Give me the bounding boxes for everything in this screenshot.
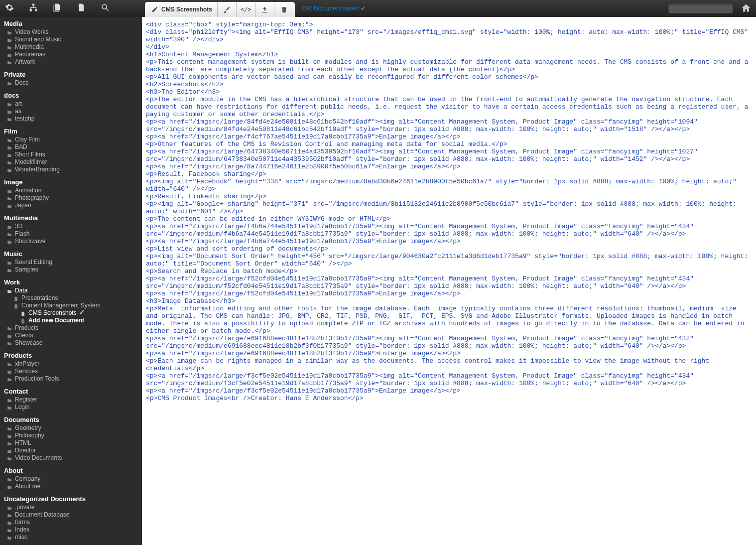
sidebar-group[interactable]: docs: [4, 92, 139, 99]
sidebar-item[interactable]: Photography: [4, 194, 139, 202]
sidebar-item[interactable]: BAD: [4, 143, 139, 151]
sidebar-group[interactable]: Documents: [4, 416, 139, 423]
sidebar-group[interactable]: Products: [4, 352, 139, 359]
sidebar-item-label: Content Management System: [21, 302, 101, 309]
sidebar-group[interactable]: Film: [4, 128, 139, 135]
sidebar-item[interactable]: Docs: [4, 79, 139, 87]
folder-icon: [6, 224, 12, 229]
sidebar-item[interactable]: Production Tools: [4, 375, 139, 383]
sidebar-item[interactable]: Geometry: [4, 424, 139, 432]
sidebar-group[interactable]: Uncategorized Documents: [4, 495, 139, 503]
sidebar-item-label: BAD: [15, 143, 27, 151]
editor-pane[interactable]: <div class="tbox" style="margin-top: 3em…: [142, 17, 756, 545]
document-icon: [20, 311, 26, 316]
folder-icon: [6, 145, 12, 150]
sidebar-item[interactable]: Services: [4, 368, 139, 375]
sidebar-item[interactable]: Add new Document: [4, 317, 139, 324]
sidebar-group[interactable]: Work: [4, 278, 139, 286]
sidebar-item[interactable]: Sound and Music: [4, 36, 139, 43]
status-text: OK! Document saved: [302, 5, 359, 12]
sidebar-group[interactable]: About: [4, 467, 139, 474]
sidebar-item[interactable]: xinPlayer: [4, 360, 139, 368]
sidebar-item[interactable]: Japan: [4, 202, 139, 209]
check-icon: ✔: [361, 5, 366, 12]
folder-icon: [6, 152, 12, 157]
tab-title[interactable]: CMS Screenshots: [146, 2, 218, 17]
sidebar-item[interactable]: Content Management System: [4, 302, 139, 309]
sidebar-item[interactable]: Company: [4, 475, 139, 483]
topbar-left-icons: [0, 3, 142, 14]
sidebar-item[interactable]: 3D: [4, 223, 139, 230]
folder-icon: [6, 513, 12, 518]
brush-icon[interactable]: [218, 2, 237, 17]
pencil-icon: [151, 6, 158, 13]
sidebar-item[interactable]: Sound Editing: [4, 259, 139, 266]
sidebar-item[interactable]: Video Works: [4, 28, 139, 36]
tab-title-text: CMS Screenshots: [161, 6, 212, 13]
sidebar-item[interactable]: Short Films: [4, 151, 139, 158]
sidebar-item[interactable]: Video Documents: [4, 454, 139, 462]
sidebar-item[interactable]: Index: [4, 526, 139, 534]
sidebar-item[interactable]: Showcase: [4, 339, 139, 347]
sidebar-item[interactable]: testphp: [4, 115, 139, 123]
sidebar-item[interactable]: Document Database: [4, 511, 139, 519]
add-icon: [20, 318, 26, 323]
sidebar-item[interactable]: Shockwave: [4, 238, 139, 245]
sidebar-item[interactable]: Register: [4, 396, 139, 404]
sidebar-item-label: Production Tools: [15, 375, 59, 383]
document-icon[interactable]: [77, 3, 86, 14]
sidebar-item[interactable]: Products: [4, 324, 139, 332]
svg-rect-1: [30, 9, 32, 11]
trash-icon[interactable]: [274, 2, 293, 17]
sidebar-item-label: Services: [15, 368, 38, 375]
sidebar-item[interactable]: .private: [4, 504, 139, 511]
sidebar-item-label: Clients: [15, 332, 33, 339]
sidebar-group[interactable]: Multimedia: [4, 214, 139, 222]
gear-icon[interactable]: [5, 3, 14, 14]
sidebar-item-label: xinPlayer: [15, 360, 39, 368]
sidebar-item[interactable]: misc: [4, 534, 139, 541]
sidebar-item[interactable]: Artwork: [4, 58, 139, 66]
sidebar-group[interactable]: Image: [4, 178, 139, 186]
sidebar-item[interactable]: Modellfilmer: [4, 158, 139, 166]
search-icon[interactable]: [101, 3, 110, 14]
sidebar-item[interactable]: Presentations: [4, 294, 139, 302]
sidebar-group[interactable]: Media: [4, 20, 139, 27]
search-input[interactable]: [668, 3, 733, 13]
sidebar-item[interactable]: CMS Screenshots: [4, 309, 139, 317]
home-icon[interactable]: [741, 3, 751, 14]
sidebar-item-label: Video Works: [15, 28, 49, 36]
upload-icon[interactable]: [255, 2, 274, 17]
sidebar-item[interactable]: Panoramas: [4, 51, 139, 58]
sidebar-item[interactable]: Animation: [4, 187, 139, 194]
sidebar-item[interactable]: Director: [4, 447, 139, 454]
sidebar-item[interactable]: Flash: [4, 230, 139, 238]
sidebar-item-label: Sound Editing: [15, 259, 52, 266]
sidebar-item[interactable]: Philosophy: [4, 432, 139, 439]
sidebar-item[interactable]: as: [4, 108, 139, 115]
sidebar-item[interactable]: forms: [4, 519, 139, 526]
sidebar-group[interactable]: Contact: [4, 388, 139, 395]
sidebar-item-label: Video Documents: [15, 454, 62, 462]
sidebar-item[interactable]: HTML: [4, 439, 139, 447]
sidebar-item-label: Document Database: [15, 511, 69, 519]
topbar: CMS Screenshots </> OK! Document saved ✔: [0, 0, 756, 17]
sidebar-item[interactable]: WonderBranding: [4, 166, 139, 173]
sidebar-item-label: Flash: [15, 230, 29, 238]
sidebar-item[interactable]: Data: [4, 287, 139, 294]
sidebar-item[interactable]: Multimedia: [4, 43, 139, 51]
folder-icon: [6, 260, 12, 265]
documents-icon[interactable]: [53, 3, 62, 14]
sidebar-group[interactable]: Private: [4, 71, 139, 78]
sidebar-item[interactable]: Samples: [4, 266, 139, 273]
sitemap-icon[interactable]: [29, 3, 38, 14]
sidebar-item[interactable]: art: [4, 100, 139, 108]
sidebar-item[interactable]: Login: [4, 404, 139, 411]
sidebar-item[interactable]: Clients: [4, 332, 139, 339]
folder-icon: [6, 37, 12, 42]
code-icon[interactable]: </>: [237, 2, 255, 17]
sidebar-group[interactable]: Music: [4, 250, 139, 258]
editor-content[interactable]: <div class="tbox" style="margin-top: 3em…: [142, 17, 756, 406]
sidebar-item[interactable]: About me: [4, 483, 139, 490]
sidebar-item[interactable]: Clay Film: [4, 136, 139, 143]
